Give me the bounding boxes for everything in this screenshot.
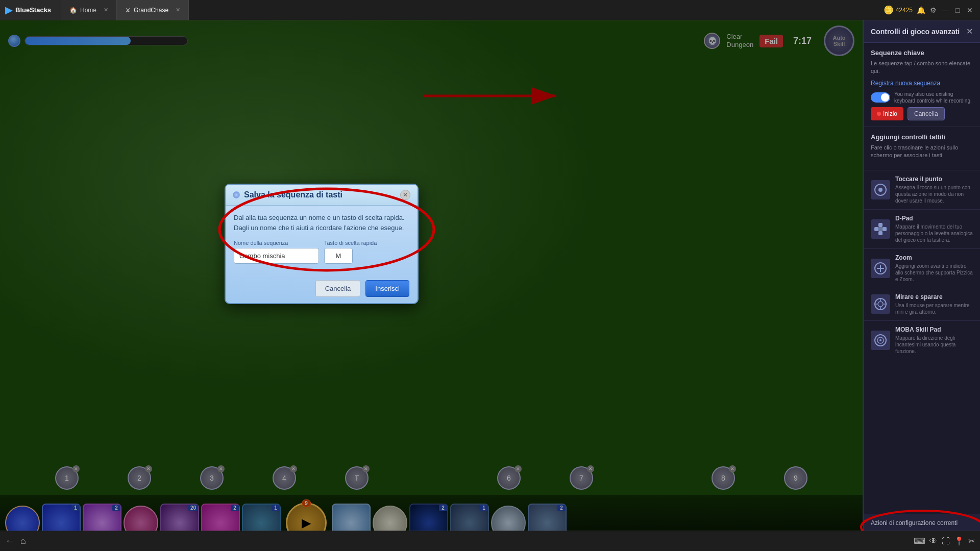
- dialog-header: Salva la sequenza di tasti ✕: [226, 185, 418, 206]
- aim-text: Mirare e sparare Usa il mouse per sparar…: [895, 293, 973, 315]
- shortcut-label: Tasto di scelta rapida: [324, 240, 409, 246]
- shortcut-input[interactable]: [324, 248, 353, 264]
- logo-icon: ▶: [5, 5, 12, 16]
- dpad-name: D-Pad: [895, 215, 973, 222]
- toggle-row: You may also use existing keyboard contr…: [871, 91, 973, 104]
- tab-home[interactable]: 🏠 Home ✕: [61, 0, 117, 20]
- aim-icon: [871, 294, 890, 314]
- control-aim[interactable]: Mirare e sparare Usa il mouse per sparar…: [864, 288, 980, 321]
- tab-grandchase[interactable]: ⚔ GrandChase ✕: [117, 0, 189, 20]
- home-btn[interactable]: ⌂: [20, 536, 26, 546]
- settings-icon[interactable]: ⚙: [929, 6, 937, 14]
- location-icon[interactable]: 📍: [954, 536, 964, 546]
- coin-display: 🪙 42425: [884, 5, 913, 15]
- toggle-desc: You may also use existing keyboard contr…: [894, 91, 973, 104]
- panel-bottom-title: Azioni di configurazione correnti: [871, 519, 973, 527]
- panel-header: Controlli di gioco avanzati ✕: [864, 20, 980, 43]
- notification-icon[interactable]: 🔔: [917, 6, 925, 14]
- svg-point-4: [878, 188, 883, 192]
- toggle-knob: [881, 93, 889, 102]
- name-field: Nome della sequenza: [234, 240, 319, 264]
- record-dot: [877, 112, 881, 116]
- tactile-desc: Fare clic o trascinare le azioni sullo s…: [871, 144, 973, 160]
- control-zoom[interactable]: Zoom Aggiungi zoom avanti o indietro all…: [864, 249, 980, 288]
- control-dpad[interactable]: D-Pad Mappare il movimento del tuo perso…: [864, 210, 980, 249]
- game-viewport[interactable]: 💀 Clear Dungeon Fail 7:17 Auto Skill: [0, 20, 863, 551]
- zoom-text: Zoom Aggiungi zoom avanti o indietro all…: [895, 254, 973, 283]
- svg-rect-6: [878, 231, 883, 235]
- back-btn[interactable]: ←: [5, 536, 14, 546]
- inizio-btn[interactable]: Inizio: [871, 107, 903, 120]
- minimize-btn[interactable]: —: [941, 6, 949, 14]
- control-moba[interactable]: MOBA Skill Pad Mappare la direzione degl…: [864, 321, 980, 360]
- coin-amount: 42425: [896, 7, 913, 14]
- zoom-icon: [871, 259, 890, 278]
- bottom-right: ⌨ 👁 ⛶ 📍 ✂: [914, 536, 975, 546]
- moba-name: MOBA Skill Pad: [895, 326, 973, 333]
- svg-rect-7: [874, 227, 878, 231]
- panel-close-btn[interactable]: ✕: [966, 27, 973, 36]
- shortcut-field: Tasto di scelta rapida: [324, 240, 409, 264]
- dialog-cancel-btn[interactable]: Cancella: [315, 280, 361, 297]
- dialog-fields: Nome della sequenza Tasto di scelta rapi…: [234, 240, 409, 264]
- bottom-taskbar: ← ⌂ ⌨ 👁 ⛶ 📍 ✂: [0, 531, 980, 551]
- main-area: 💀 Clear Dungeon Fail 7:17 Auto Skill: [0, 20, 980, 551]
- tactile-section: Aggiungi controlli tattili Fare clic o t…: [864, 127, 980, 170]
- tactile-title: Aggiungi controlli tattili: [871, 133, 973, 141]
- record-link[interactable]: Registra nuova sequenza: [871, 80, 973, 87]
- coin-icon: 🪙: [884, 5, 894, 15]
- keyboard-icon[interactable]: ⌨: [914, 536, 925, 546]
- close-btn[interactable]: ✕: [966, 6, 974, 14]
- name-field-label: Nome della sequenza: [234, 240, 319, 246]
- fullscreen-icon[interactable]: ⛶: [942, 537, 950, 546]
- cancella-btn[interactable]: Cancella: [908, 107, 945, 120]
- maximize-btn[interactable]: □: [953, 6, 962, 14]
- zoom-desc: Aggiungi zoom avanti o indietro allo sch…: [895, 263, 973, 283]
- control-toccare[interactable]: Toccare il punto Assegna il tocco su un …: [864, 170, 980, 210]
- toccare-desc: Assegna il tocco su un punto con questa …: [895, 184, 973, 204]
- toccare-icon: [871, 180, 890, 199]
- recording-toggle[interactable]: [871, 92, 890, 103]
- home-tab-label: Home: [80, 7, 96, 14]
- toccare-text: Toccare il punto Assegna il tocco su un …: [895, 176, 973, 204]
- moba-icon: [871, 331, 890, 350]
- bluestacks-logo: ▶ BlueStacks: [0, 0, 61, 20]
- right-panel: Controlli di gioco avanzati ✕ Sequenze c…: [863, 20, 980, 551]
- key-sequences-section: Sequenze chiave Le sequenze tap / combo …: [864, 43, 980, 127]
- toccare-name: Toccare il punto: [895, 176, 973, 183]
- dpad-text: D-Pad Mappare il movimento del tuo perso…: [895, 215, 973, 243]
- svg-point-14: [878, 302, 883, 307]
- name-input[interactable]: [234, 248, 319, 264]
- sequence-btn-row: Inizio Cancella: [871, 107, 973, 120]
- aim-desc: Usa il mouse per sparare mentre miri e g…: [895, 302, 973, 315]
- svg-point-21: [879, 339, 881, 341]
- svg-rect-9: [878, 227, 883, 231]
- grandchase-tab-icon: ⚔: [125, 7, 131, 14]
- dpad-desc: Mappare il movimento del tuo personaggio…: [895, 223, 973, 243]
- key-sequences-title: Sequenze chiave: [871, 49, 973, 57]
- grandchase-tab-close[interactable]: ✕: [176, 7, 180, 13]
- save-sequence-dialog: Salva la sequenza di tasti ✕ Dai alla tu…: [225, 184, 419, 304]
- dialog-actions: Cancella Inserisci: [226, 276, 418, 303]
- svg-rect-8: [883, 227, 887, 231]
- moba-text: MOBA Skill Pad Mappare la direzione degl…: [895, 326, 973, 355]
- svg-rect-5: [878, 223, 883, 227]
- dialog-insert-btn[interactable]: Inserisci: [365, 280, 409, 297]
- eye-icon[interactable]: 👁: [929, 537, 938, 546]
- home-tab-close[interactable]: ✕: [104, 7, 108, 13]
- dialog-close-btn[interactable]: ✕: [400, 190, 410, 200]
- dialog-overlay: Salva la sequenza di tasti ✕ Dai alla tu…: [0, 20, 863, 551]
- bottom-left: ← ⌂: [5, 536, 26, 546]
- key-sequences-desc: Le sequenze tap / combo sono elencate qu…: [871, 60, 973, 76]
- taskbar-right: 🪙 42425 🔔 ⚙ — □ ✕: [884, 5, 980, 15]
- logo-text: BlueStacks: [15, 6, 51, 14]
- zoom-name: Zoom: [895, 254, 973, 261]
- dialog-dot: [233, 191, 240, 198]
- panel-title: Controlli di gioco avanzati: [871, 28, 960, 36]
- cut-icon[interactable]: ✂: [968, 536, 975, 546]
- inizio-label: Inizio: [883, 110, 897, 117]
- taskbar: ▶ BlueStacks 🏠 Home ✕ ⚔ GrandChase ✕ 🪙 4…: [0, 0, 980, 20]
- dialog-body: Dai alla tua sequenza un nome e un tasto…: [226, 206, 418, 276]
- dialog-title-row: Salva la sequenza di tasti: [233, 190, 342, 199]
- dpad-icon: [871, 219, 890, 239]
